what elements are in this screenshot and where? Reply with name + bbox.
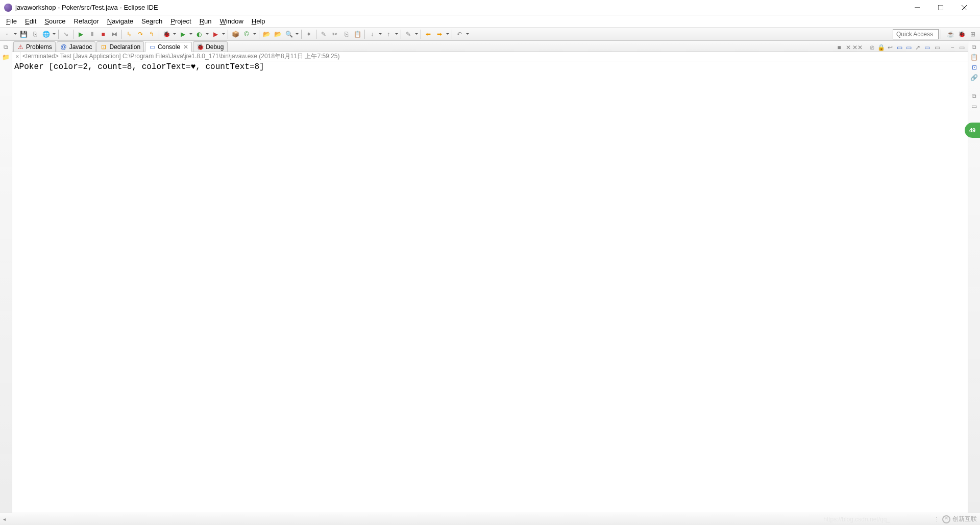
word-wrap-button[interactable]: ↩	[886, 43, 894, 52]
coverage-dropdown[interactable]	[205, 29, 209, 39]
save-button[interactable]: 💾	[18, 29, 29, 39]
menu-search[interactable]: Search	[137, 16, 166, 26]
notification-badge[interactable]: 49	[965, 123, 980, 138]
run-button[interactable]: ▶	[178, 29, 188, 39]
toggle-mark-button[interactable]: ✦	[304, 29, 314, 39]
prev-annotation-button[interactable]: ↑	[383, 29, 394, 39]
run-dropdown[interactable]	[189, 29, 193, 39]
pin-console-button[interactable]: ▭	[904, 43, 913, 52]
cut-button[interactable]: ✂	[330, 29, 340, 39]
restore-right-icon[interactable]: ⧉	[970, 43, 978, 51]
menu-refactor[interactable]: Refactor	[70, 16, 103, 26]
tab-declaration[interactable]: ⊡ Declaration	[96, 41, 144, 52]
separator	[73, 30, 74, 39]
tab-debug[interactable]: 🐞 Debug	[193, 41, 227, 52]
menu-edit[interactable]: Edit	[21, 16, 40, 26]
run-last-dropdown[interactable]	[222, 29, 226, 39]
minimize-view-button[interactable]: −	[948, 43, 957, 52]
close-button[interactable]	[952, 0, 976, 15]
next-annotation-button[interactable]: ↓	[367, 29, 377, 39]
search-button[interactable]: 🔍	[284, 29, 294, 39]
nav-back-dropdown[interactable]	[465, 29, 470, 39]
minimize-button[interactable]	[905, 0, 929, 15]
menu-help[interactable]: Help	[248, 16, 270, 26]
suspend-button[interactable]: ⏸	[87, 29, 97, 39]
tab-problems[interactable]: ⚠ Problems	[13, 41, 56, 52]
skip-breakpoints-button[interactable]: ↘	[61, 29, 71, 39]
copy-button[interactable]: ⎘	[341, 29, 351, 39]
globe-dropdown[interactable]	[52, 29, 56, 39]
menu-run[interactable]: Run	[195, 16, 216, 26]
back-button[interactable]: ⬅	[423, 29, 433, 39]
open-console-button[interactable]: ▭	[923, 43, 931, 52]
package-explorer-icon[interactable]: 📁	[2, 53, 10, 61]
step-return-button[interactable]: ↰	[146, 29, 157, 39]
outline-link-icon[interactable]: 🔗	[970, 74, 978, 82]
separator	[58, 30, 59, 39]
remove-all-button[interactable]: ✕✕	[853, 43, 862, 52]
tab-console[interactable]: ▭ Console ✕	[145, 42, 192, 52]
clear-console-button[interactable]: ⎚	[868, 43, 876, 52]
next-annotation-dropdown[interactable]	[378, 29, 382, 39]
tab-javadoc[interactable]: @ Javadoc	[57, 41, 96, 52]
menu-navigate[interactable]: Navigate	[103, 16, 137, 26]
new-class-button[interactable]: ©	[241, 29, 252, 39]
new-console-button[interactable]: ▭	[933, 43, 941, 52]
perspective-debug-button[interactable]: 🐞	[957, 29, 967, 39]
restore-icon[interactable]: ⧉	[2, 43, 10, 51]
save-all-button[interactable]: ⎘	[30, 29, 40, 39]
last-edit-button[interactable]: ✎	[403, 29, 413, 39]
restore-bottom-icon[interactable]: ⧉	[970, 92, 978, 100]
menu-project[interactable]: Project	[166, 16, 195, 26]
forward-button[interactable]: ➡	[434, 29, 445, 39]
step-over-button[interactable]: ↷	[135, 29, 145, 39]
tab-label: Console	[158, 43, 180, 51]
globe-button[interactable]: 🌐	[41, 29, 51, 39]
remove-launch-button[interactable]: ✕	[844, 43, 852, 52]
open-perspective-button[interactable]: ⊞	[968, 29, 978, 39]
window-title: javaworkshop - Poker/src/Test.java - Ecl…	[15, 4, 905, 11]
scroll-left-indicator: ◂	[3, 516, 6, 522]
edit-button[interactable]: ✎	[318, 29, 329, 39]
task-list-icon[interactable]: 📋	[970, 53, 978, 61]
new-button[interactable]: ▫	[2, 29, 12, 39]
new-class-dropdown[interactable]	[253, 29, 257, 39]
scroll-lock-button[interactable]: 🔒	[877, 43, 885, 52]
minimize-trim-icon[interactable]: ▭	[970, 102, 978, 110]
open-type-button[interactable]: 📂	[261, 29, 272, 39]
search-dropdown[interactable]	[295, 29, 299, 39]
console-output[interactable]: APoker [color=2, count=8, colorText=♥, c…	[12, 61, 968, 513]
perspective-java-button[interactable]: ☕	[945, 29, 955, 39]
separator	[421, 30, 421, 39]
step-into-button[interactable]: ↳	[124, 29, 134, 39]
close-tab-icon[interactable]: ✕	[183, 44, 188, 50]
quick-access-input[interactable]	[893, 29, 939, 39]
run-last-button[interactable]: ▶	[210, 29, 220, 39]
last-edit-dropdown[interactable]	[414, 29, 419, 39]
resume-button[interactable]: ▶	[76, 29, 86, 39]
debug-button[interactable]: 🐞	[161, 29, 172, 39]
debug-dropdown[interactable]	[173, 29, 177, 39]
menu-source[interactable]: Source	[40, 16, 69, 26]
prev-annotation-dropdown[interactable]	[395, 29, 399, 39]
terminate-console-button[interactable]: ■	[835, 43, 843, 52]
watermark-text: https://blog.csdn.net/qq_	[823, 516, 890, 523]
maximize-button[interactable]	[929, 0, 952, 15]
terminate-button[interactable]: ■	[98, 29, 108, 39]
forward-dropdown[interactable]	[446, 29, 450, 39]
new-package-button[interactable]: 📦	[230, 29, 240, 39]
nav-back-button[interactable]: ↶	[454, 29, 464, 39]
outline-icon[interactable]: ⊡	[970, 63, 978, 71]
disconnect-button[interactable]: ⧓	[109, 29, 119, 39]
menu-window[interactable]: Window	[216, 16, 248, 26]
show-console-button[interactable]: ▭	[895, 43, 903, 52]
open-task-button[interactable]: 📂	[273, 29, 283, 39]
paste-button[interactable]: 📋	[352, 29, 362, 39]
coverage-button[interactable]: ◐	[194, 29, 204, 39]
display-selected-button[interactable]: ↗	[914, 43, 922, 52]
svg-rect-1	[938, 5, 943, 10]
new-dropdown[interactable]	[13, 29, 17, 39]
separator	[364, 30, 365, 39]
maximize-view-button[interactable]: ▭	[958, 43, 966, 52]
menu-file[interactable]: File	[2, 16, 21, 26]
